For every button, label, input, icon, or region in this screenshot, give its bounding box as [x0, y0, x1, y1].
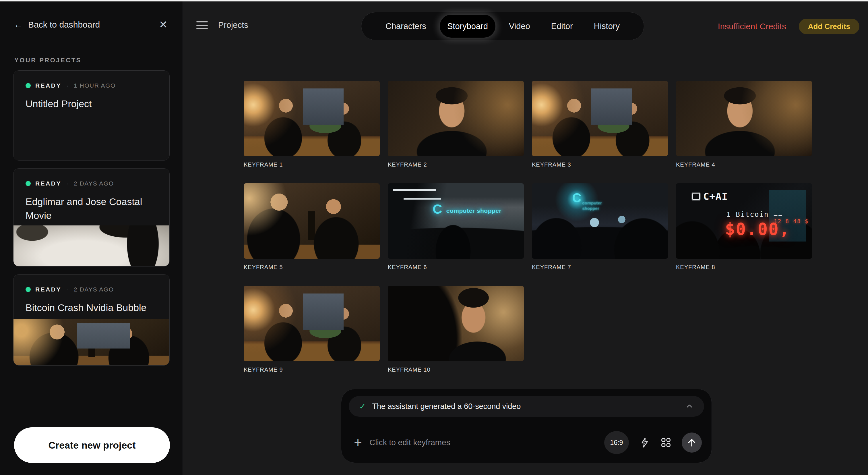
tab-editor[interactable]: Editor [544, 14, 580, 38]
keyframe-edit-input[interactable]: Click to edit keyframes [369, 438, 604, 447]
keyframe-thumbnail[interactable] [244, 183, 380, 259]
keyframe-label: KEYFRAME 9 [244, 366, 380, 373]
project-thumbnail [13, 226, 169, 266]
keyframe-6: C computer shopper KEYFRAME 6 [388, 183, 524, 270]
grid-icon [660, 437, 671, 448]
keyframe-label: KEYFRAME 4 [676, 161, 812, 168]
chevron-up-icon[interactable] [685, 402, 694, 411]
grid-view-button[interactable] [660, 437, 671, 448]
project-title: Untitled Project [26, 97, 157, 111]
status-separator: · [67, 82, 69, 89]
projects-sidebar: ← Back to dashboard ✕ YOUR PROJECTS READ… [0, 1, 183, 475]
add-credits-button[interactable]: Add Credits [799, 19, 859, 34]
keyframe-7: C computer shopper KEYFRAME 7 [532, 183, 668, 270]
check-icon: ✓ [359, 402, 366, 411]
back-to-dashboard-link[interactable]: ← Back to dashboard [14, 19, 100, 30]
keyframe-label: KEYFRAME 7 [532, 264, 668, 270]
c-plus-ai-logo: C+AI [692, 191, 728, 202]
bitcoin-ticker-digits: 12 8 48 $ [774, 218, 809, 224]
project-status-row: READY · 1 HOUR AGO [26, 82, 157, 89]
project-title: Edglimar and Jose Coastal Movie [26, 195, 157, 222]
assistant-input-row: + Click to edit keyframes 16:9 [354, 432, 702, 453]
computer-shopper-logo-text: computer shopper [582, 201, 614, 211]
create-new-project-button[interactable]: Create new project [14, 427, 170, 463]
computer-shopper-logo-c: C [572, 191, 582, 205]
project-timestamp: 2 DAYS AGO [74, 286, 114, 293]
project-timestamp: 1 HOUR AGO [74, 82, 116, 89]
tab-storyboard[interactable]: Storyboard [440, 14, 495, 38]
assistant-panel: ✓ The assistant generated a 60-second vi… [341, 389, 712, 463]
keyframe-thumbnail[interactable] [532, 81, 668, 156]
back-arrow-icon: ← [14, 19, 23, 30]
back-label: Back to dashboard [28, 20, 100, 30]
assistant-status[interactable]: ✓ The assistant generated a 60-second vi… [349, 396, 704, 417]
aspect-ratio-badge[interactable]: 16:9 [604, 431, 629, 454]
status-separator: · [67, 180, 69, 187]
project-card-bitcoin[interactable]: READY · 2 DAYS AGO Bitcoin Crash Nvidia … [13, 274, 169, 365]
status-badge: READY [35, 286, 61, 293]
computer-shopper-logo-text: computer shopper [446, 207, 501, 214]
ready-status-dot [26, 83, 31, 88]
enhance-button[interactable] [639, 437, 650, 448]
projects-breadcrumb: Projects [218, 20, 248, 30]
insufficient-credits-warning: Insufficient Credits [718, 22, 786, 31]
keyframe-thumbnail[interactable] [676, 81, 812, 156]
keyframe-thumbnail[interactable]: C computer shopper [532, 183, 668, 259]
lightning-bolt-icon [639, 437, 650, 448]
keyframe-thumbnail[interactable] [388, 81, 524, 156]
tab-video[interactable]: Video [501, 14, 538, 38]
status-badge: READY [35, 82, 61, 89]
project-status-row: READY · 2 DAYS AGO [26, 286, 157, 293]
ready-status-dot [26, 287, 31, 292]
keyframe-label: KEYFRAME 2 [388, 161, 524, 168]
status-badge: READY [35, 180, 61, 187]
project-card-untitled[interactable]: READY · 1 HOUR AGO Untitled Project [13, 70, 169, 160]
keyframe-thumbnail[interactable] [244, 286, 380, 361]
assistant-status-text: The assistant generated a 60-second vide… [372, 402, 679, 411]
keyframe-thumbnail[interactable] [244, 81, 380, 156]
close-sidebar-button[interactable]: ✕ [159, 20, 167, 30]
sidebar-header: ← Back to dashboard ✕ [14, 19, 167, 30]
keyframe-4: KEYFRAME 4 [676, 81, 812, 168]
view-tabs: Characters Storyboard Video Editor Histo… [361, 12, 644, 40]
keyframe-thumbnail[interactable]: C computer shopper [388, 183, 524, 259]
chip-icon [692, 193, 700, 200]
project-status-row: READY · 2 DAYS AGO [26, 180, 157, 187]
menu-icon[interactable] [196, 21, 208, 29]
keyframe-3: KEYFRAME 3 [532, 81, 668, 168]
project-thumbnail [13, 319, 169, 365]
keyframe-1: KEYFRAME 1 [244, 81, 380, 168]
keyframe-label: KEYFRAME 10 [388, 366, 524, 373]
keyframe-9: KEYFRAME 9 [244, 286, 380, 373]
keyframe-label: KEYFRAME 8 [676, 264, 812, 270]
app-window: ← Back to dashboard ✕ YOUR PROJECTS READ… [0, 0, 868, 475]
tab-history[interactable]: History [586, 14, 627, 38]
keyframe-label: KEYFRAME 3 [532, 161, 668, 168]
project-title: Bitcoin Crash Nvidia Bubble [26, 301, 157, 315]
your-projects-heading: YOUR PROJECTS [14, 57, 82, 64]
project-timestamp: 2 DAYS AGO [74, 180, 114, 187]
keyframe-label: KEYFRAME 1 [244, 161, 380, 168]
window-top-edge [0, 0, 868, 1]
keyframe-10: KEYFRAME 10 [388, 286, 524, 373]
keyframe-8: C+AI 1 Bitcoin == $0.00, 12 8 48 $ KEYFR… [676, 183, 812, 270]
status-separator: · [67, 286, 69, 293]
add-attachment-button[interactable]: + [354, 436, 362, 449]
keyframe-label: KEYFRAME 6 [388, 264, 524, 270]
keyframe-5: KEYFRAME 5 [244, 183, 380, 270]
send-button[interactable] [682, 433, 702, 453]
tab-characters[interactable]: Characters [378, 14, 434, 38]
project-card-edglimar[interactable]: READY · 2 DAYS AGO Edglimar and Jose Coa… [13, 168, 169, 267]
keyframe-thumbnail[interactable]: C+AI 1 Bitcoin == $0.00, 12 8 48 $ [676, 183, 812, 259]
project-list: READY · 1 HOUR AGO Untitled Project READ… [13, 70, 169, 373]
keyframe-thumbnail[interactable] [388, 286, 524, 361]
up-arrow-icon [687, 437, 697, 448]
computer-shopper-logo-c: C [433, 201, 442, 217]
keyframe-label: KEYFRAME 5 [244, 264, 380, 270]
ready-status-dot [26, 181, 31, 186]
keyframe-2: KEYFRAME 2 [388, 81, 524, 168]
keyframe-grid: KEYFRAME 1 KEYFRAME 2 KEYFRAME 3 KEYFRAM… [244, 81, 812, 373]
topbar: Projects Characters Storyboard Video Edi… [183, 1, 868, 52]
bitcoin-equals-text: 1 Bitcoin == [726, 210, 783, 218]
close-icon: ✕ [159, 19, 167, 30]
